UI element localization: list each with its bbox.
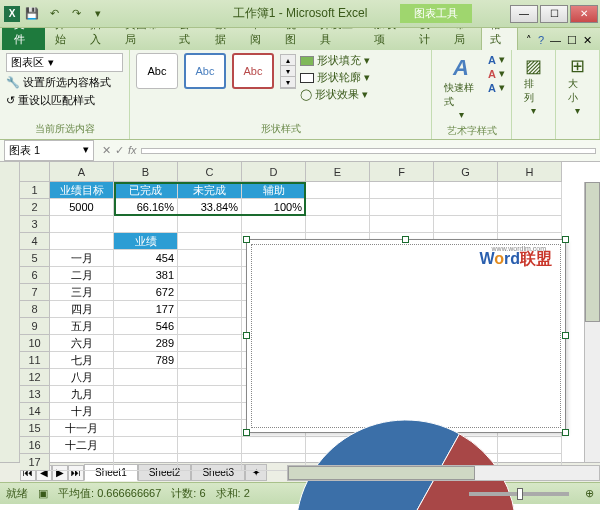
name-box[interactable]: 图表 1▾	[4, 140, 94, 161]
chart-object[interactable]: www.wordlm.com Word联盟 已完成,66.16% 未完成,33.…	[246, 239, 566, 433]
size-button[interactable]: ⊞ 大小▾	[562, 53, 593, 118]
resize-handle[interactable]	[402, 236, 409, 243]
cell-F3[interactable]	[370, 216, 434, 233]
close-button[interactable]: ✕	[570, 5, 598, 23]
shape-fill-button[interactable]: 形状填充▾	[300, 53, 370, 68]
cell-C9[interactable]	[178, 318, 242, 335]
cell-C17[interactable]	[178, 454, 242, 471]
cell-B9[interactable]: 546	[114, 318, 178, 335]
arrange-button[interactable]: ▨ 排列▾	[518, 53, 549, 118]
row-header-10[interactable]: 10	[20, 335, 50, 352]
row-header-8[interactable]: 8	[20, 301, 50, 318]
quick-styles-button[interactable]: A 快速样式▾	[438, 53, 484, 122]
resize-handle[interactable]	[243, 332, 250, 339]
cell-H2[interactable]	[498, 199, 562, 216]
cell-C12[interactable]	[178, 369, 242, 386]
gallery-up-icon[interactable]: ▴	[281, 55, 295, 66]
cell-B11[interactable]: 789	[114, 352, 178, 369]
cell-A11[interactable]: 七月	[50, 352, 114, 369]
select-all-corner[interactable]	[20, 162, 50, 182]
cell-C10[interactable]	[178, 335, 242, 352]
qat-more-icon[interactable]: ▾	[88, 4, 108, 24]
row-header-15[interactable]: 15	[20, 420, 50, 437]
scrollbar-thumb[interactable]	[288, 466, 475, 480]
cell-B17[interactable]	[114, 454, 178, 471]
macro-record-icon[interactable]: ▣	[38, 487, 48, 500]
cell-B14[interactable]	[114, 403, 178, 420]
resize-handle[interactable]	[243, 236, 250, 243]
row-header-4[interactable]: 4	[20, 233, 50, 250]
cell-A2[interactable]: 5000	[50, 199, 114, 216]
cell-A7[interactable]: 三月	[50, 284, 114, 301]
cell-F1[interactable]	[370, 182, 434, 199]
row-header-2[interactable]: 2	[20, 199, 50, 216]
cell-B5[interactable]: 454	[114, 250, 178, 267]
worksheet-grid[interactable]: ABCDEFGH 1234567891011121314151617 业绩目标已…	[0, 162, 600, 462]
row-header-7[interactable]: 7	[20, 284, 50, 301]
cell-B16[interactable]	[114, 437, 178, 454]
cell-C8[interactable]	[178, 301, 242, 318]
zoom-in-button[interactable]: ⊕	[585, 487, 594, 500]
text-fill-button[interactable]: A▾	[488, 53, 505, 66]
resize-handle[interactable]	[562, 236, 569, 243]
cell-A5[interactable]: 一月	[50, 250, 114, 267]
row-header-17[interactable]: 17	[20, 454, 50, 471]
cancel-formula-icon[interactable]: ✕	[102, 144, 111, 157]
cell-A17[interactable]	[50, 454, 114, 471]
resize-handle[interactable]	[562, 429, 569, 436]
shape-style-2[interactable]: Abc	[184, 53, 226, 89]
gallery-down-icon[interactable]: ▾	[281, 66, 295, 77]
cell-A9[interactable]: 五月	[50, 318, 114, 335]
cell-C14[interactable]	[178, 403, 242, 420]
cell-A12[interactable]: 八月	[50, 369, 114, 386]
cell-B10[interactable]: 289	[114, 335, 178, 352]
cell-A10[interactable]: 六月	[50, 335, 114, 352]
col-header-C[interactable]: C	[178, 162, 242, 182]
cell-C2[interactable]: 33.84%	[178, 199, 242, 216]
shape-style-1[interactable]: Abc	[136, 53, 178, 89]
cell-A16[interactable]: 十二月	[50, 437, 114, 454]
maximize-button[interactable]: ☐	[540, 5, 568, 23]
row-header-9[interactable]: 9	[20, 318, 50, 335]
cell-A13[interactable]: 九月	[50, 386, 114, 403]
row-headers[interactable]: 1234567891011121314151617	[20, 182, 50, 471]
col-header-H[interactable]: H	[498, 162, 562, 182]
undo-icon[interactable]: ↶	[44, 4, 64, 24]
row-header-12[interactable]: 12	[20, 369, 50, 386]
cell-F2[interactable]	[370, 199, 434, 216]
scrollbar-thumb[interactable]	[585, 182, 600, 322]
cell-B2[interactable]: 66.16%	[114, 199, 178, 216]
doc-close-icon[interactable]: ✕	[583, 34, 592, 47]
zoom-thumb[interactable]	[517, 488, 523, 500]
doc-min-icon[interactable]: —	[550, 34, 561, 47]
vertical-scrollbar[interactable]	[584, 182, 600, 462]
column-headers[interactable]: ABCDEFGH	[50, 162, 562, 182]
cell-A8[interactable]: 四月	[50, 301, 114, 318]
gallery-more-icon[interactable]: ▾	[281, 77, 295, 88]
cell-B12[interactable]	[114, 369, 178, 386]
cell-C16[interactable]	[178, 437, 242, 454]
cell-C15[interactable]	[178, 420, 242, 437]
cell-E1[interactable]	[306, 182, 370, 199]
cell-C11[interactable]	[178, 352, 242, 369]
cell-H1[interactable]	[498, 182, 562, 199]
col-header-B[interactable]: B	[114, 162, 178, 182]
shape-style-gallery[interactable]: Abc Abc Abc ▴ ▾ ▾	[136, 53, 296, 89]
cell-B7[interactable]: 672	[114, 284, 178, 301]
chart-area[interactable]: www.wordlm.com Word联盟 已完成,66.16% 未完成,33.…	[251, 244, 561, 428]
shape-effects-button[interactable]: ◯形状效果▾	[300, 87, 370, 102]
row-header-3[interactable]: 3	[20, 216, 50, 233]
ribbon-minimize-icon[interactable]: ˄	[526, 34, 532, 47]
cell-A6[interactable]: 二月	[50, 267, 114, 284]
cell-B6[interactable]: 381	[114, 267, 178, 284]
cell-D1[interactable]: 辅助	[242, 182, 306, 199]
cell-C6[interactable]	[178, 267, 242, 284]
cell-B8[interactable]: 177	[114, 301, 178, 318]
cell-C13[interactable]	[178, 386, 242, 403]
resize-handle[interactable]	[243, 429, 250, 436]
cell-B1[interactable]: 已完成	[114, 182, 178, 199]
row-header-1[interactable]: 1	[20, 182, 50, 199]
cell-C3[interactable]	[178, 216, 242, 233]
shape-outline-button[interactable]: 形状轮廓▾	[300, 70, 370, 85]
minimize-button[interactable]: —	[510, 5, 538, 23]
